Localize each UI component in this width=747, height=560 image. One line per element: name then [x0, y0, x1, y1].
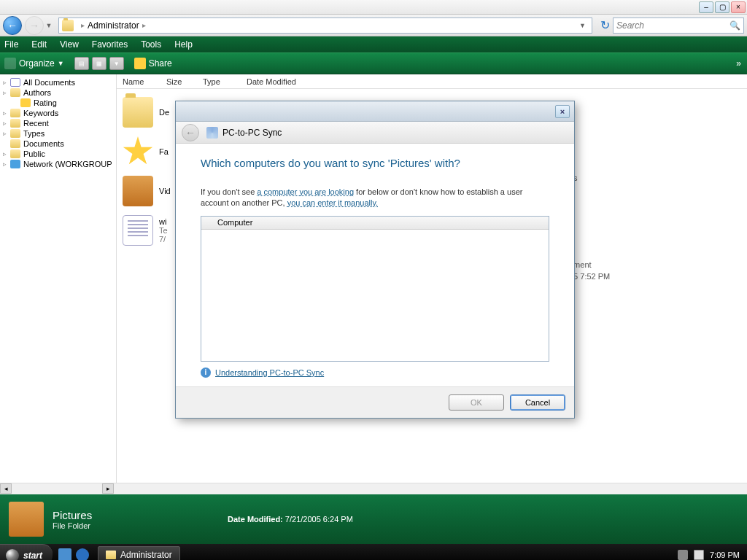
tree-node-rating[interactable]: Rating — [1, 98, 115, 108]
favorites-icon — [123, 136, 153, 167]
scroll-left-button[interactable]: ◂ — [0, 483, 12, 494]
tree-node-recent[interactable]: ▹Recent — [1, 118, 115, 128]
menu-view[interactable]: View — [60, 39, 79, 50]
column-name[interactable]: Name — [123, 77, 166, 86]
search-input[interactable] — [616, 20, 729, 31]
minimize-button[interactable]: – — [699, 1, 713, 13]
dialog-back-button[interactable]: ← — [182, 124, 199, 141]
folder-icon — [10, 109, 20, 117]
file-item-label: wi Te 7/ — [159, 217, 168, 244]
folder-icon — [62, 20, 74, 31]
taskbar: start Administrator 7:09 PM — [0, 544, 747, 560]
list-column-header[interactable]: Computer — [201, 217, 549, 230]
dialog-heading: Which computers do you want to sync 'Pic… — [201, 157, 549, 169]
cancel-button[interactable]: Cancel — [510, 394, 565, 411]
dialog-text: If you don't see a computer you are look… — [201, 187, 549, 209]
column-type[interactable]: Type — [203, 77, 247, 86]
navigation-pane: ▹All Documents ▹Authors Rating ▹Keywords… — [0, 74, 117, 483]
view-icons-button[interactable]: ▦ — [92, 57, 107, 70]
info-icon: i — [201, 368, 211, 378]
nav-back-button[interactable]: ← — [3, 16, 22, 35]
file-item-label: Fa — [159, 147, 169, 156]
sync-dialog: × ← PC-to-PC Sync Which computers do you… — [175, 101, 575, 419]
menu-tools[interactable]: Tools — [141, 39, 161, 50]
text-file-icon — [123, 215, 153, 246]
tree-node-authors[interactable]: ▹Authors — [1, 88, 115, 98]
tree-node-documents[interactable]: Documents — [1, 139, 115, 149]
menu-edit[interactable]: Edit — [31, 39, 47, 50]
network-icon — [10, 160, 20, 168]
command-bar: Organize▼ ▤ ▦ ▼ Share » — [0, 52, 747, 74]
nav-forward-button[interactable]: → — [25, 16, 44, 35]
quick-launch — [53, 548, 95, 560]
sync-icon — [206, 127, 218, 139]
tree-node-network[interactable]: ▹Network (WORKGROUP — [1, 159, 115, 169]
search-box[interactable]: 🔍 — [613, 18, 744, 34]
battery-tray-icon[interactable] — [694, 550, 704, 560]
scroll-right-button[interactable]: ▸ — [102, 483, 114, 494]
dialog-body: Which computers do you want to sync 'Pic… — [176, 144, 574, 386]
folder-icon — [10, 129, 20, 138]
refresh-button[interactable]: ↻ — [597, 18, 613, 34]
maximize-button[interactable]: ▢ — [715, 1, 729, 13]
horizontal-scrollbar[interactable]: ◂ ▸ — [0, 483, 747, 494]
dialog-subtitle: PC-to-PC Sync — [222, 128, 282, 138]
close-button[interactable]: × — [731, 1, 746, 13]
nav-history-dropdown[interactable]: ▼ — [44, 16, 54, 35]
organize-icon — [4, 58, 16, 69]
internet-explorer-icon[interactable] — [76, 548, 89, 560]
view-buttons: ▤ ▦ ▼ — [74, 57, 124, 70]
file-item-label: Vid — [159, 187, 171, 195]
breadcrumb-segment[interactable]: Administrator — [88, 20, 139, 31]
dialog-header: ← PC-to-PC Sync — [176, 122, 574, 144]
file-item-label: De — [159, 108, 169, 117]
dialog-close-button[interactable]: × — [555, 105, 570, 118]
system-tray: 7:09 PM — [670, 550, 747, 560]
tree-node-types[interactable]: ▹Types — [1, 128, 115, 139]
window-titlebar: – ▢ × — [0, 0, 747, 15]
menu-file[interactable]: File — [4, 39, 18, 50]
breadcrumb-separator: ▸ — [142, 21, 146, 29]
computer-list[interactable]: Computer — [201, 216, 549, 362]
menu-bar: File Edit View Favorites Tools Help — [0, 36, 747, 52]
dialog-link-computer[interactable]: a computer you are looking — [257, 187, 354, 196]
dialog-link-manual[interactable]: you can enter it manually. — [287, 198, 379, 207]
pictures-icon — [123, 176, 153, 206]
view-dropdown[interactable]: ▼ — [109, 57, 124, 70]
clock[interactable]: 7:09 PM — [710, 551, 740, 559]
navigation-bar: ← → ▼ ▸ Administrator ▸ ▼ ↻ 🔍 — [0, 15, 747, 36]
taskbar-task[interactable]: Administrator — [98, 546, 180, 560]
folder-icon — [10, 119, 20, 128]
column-size[interactable]: Size — [166, 77, 203, 86]
address-bar[interactable]: ▸ Administrator ▸ ▼ — [58, 18, 592, 34]
show-desktop-icon[interactable] — [58, 548, 71, 560]
start-orb-icon — [6, 549, 19, 561]
tree-node-public[interactable]: ▹Public — [1, 149, 115, 159]
column-date[interactable]: Date Modified — [247, 77, 320, 86]
address-dropdown[interactable]: ▼ — [579, 22, 586, 29]
menu-help[interactable]: Help — [174, 39, 193, 50]
tree-node-keywords[interactable]: ▹Keywords — [1, 108, 115, 118]
dialog-help: i Understanding PC-to-PC Sync — [201, 368, 549, 378]
tree-node-all-documents[interactable]: ▹All Documents — [1, 77, 115, 88]
ok-button[interactable]: OK — [449, 394, 504, 411]
folder-icon — [123, 97, 153, 128]
details-metadata: Date Modified: 7/21/2005 6:24 PM — [228, 515, 353, 524]
view-details-button[interactable]: ▤ — [74, 57, 89, 70]
help-link[interactable]: Understanding PC-to-PC Sync — [215, 368, 324, 377]
breadcrumb-separator: ▸ — [81, 21, 85, 29]
obscured-text: ds ument 05 7:52 PM — [569, 173, 610, 282]
toolbar-more[interactable]: » — [736, 58, 741, 69]
document-icon — [10, 78, 20, 87]
organize-button[interactable]: Organize▼ — [4, 58, 64, 69]
share-button[interactable]: Share — [134, 58, 172, 69]
folder-icon — [106, 551, 116, 559]
dialog-titlebar[interactable]: × — [176, 101, 574, 122]
network-tray-icon[interactable] — [678, 550, 688, 560]
details-thumbnail — [9, 502, 44, 537]
start-button[interactable]: start — [0, 544, 53, 560]
menu-favorites[interactable]: Favorites — [92, 39, 128, 50]
folder-icon — [10, 88, 20, 97]
folder-icon — [10, 149, 20, 158]
share-icon — [134, 58, 146, 69]
